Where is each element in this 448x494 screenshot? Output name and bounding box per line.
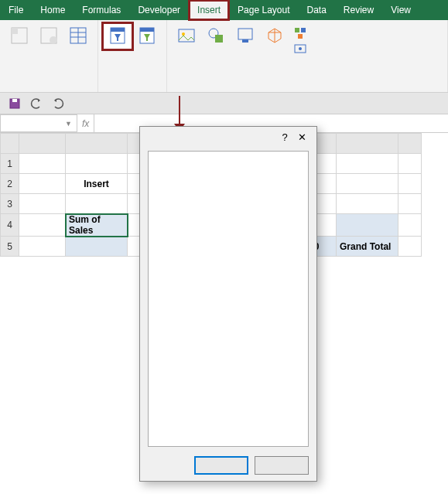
col-header[interactable] xyxy=(398,134,422,154)
shapes-icon xyxy=(205,25,227,46)
3d-icon xyxy=(264,25,286,46)
svg-point-3 xyxy=(50,36,57,44)
pictures-icon xyxy=(176,25,197,46)
save-button[interactable] xyxy=(6,95,23,112)
pivot-title[interactable]: Insert xyxy=(66,174,128,194)
svg-rect-9 xyxy=(111,28,125,32)
slicer-button[interactable] xyxy=(103,23,132,49)
pictures-button[interactable] xyxy=(172,23,201,49)
group-tables xyxy=(0,20,98,92)
group-filters xyxy=(98,20,167,92)
row-header[interactable]: 3 xyxy=(1,194,19,214)
ribbon-tabs: FileHomeFormulasDeveloperInsertPage Layo… xyxy=(0,0,448,20)
3d-models-button[interactable] xyxy=(260,23,289,49)
col-header[interactable] xyxy=(337,134,398,154)
table-button[interactable] xyxy=(63,23,93,49)
shapes-button[interactable] xyxy=(201,23,231,49)
tab-home[interactable]: Home xyxy=(32,0,74,20)
pivottable-icon xyxy=(9,25,30,46)
dialog-body xyxy=(148,151,309,447)
group-label xyxy=(172,89,443,90)
tab-file[interactable]: File xyxy=(0,0,32,20)
svg-rect-1 xyxy=(12,28,18,34)
ribbon-body xyxy=(0,20,448,93)
timeline-button[interactable] xyxy=(132,23,162,49)
quick-access-toolbar xyxy=(0,93,448,114)
svg-rect-20 xyxy=(298,34,303,39)
icons-button[interactable] xyxy=(231,23,260,49)
name-box[interactable]: ▼ xyxy=(0,114,77,132)
screenshot-button[interactable] xyxy=(291,42,313,56)
svg-rect-15 xyxy=(215,35,223,43)
smartart-button[interactable] xyxy=(291,26,313,40)
row-header[interactable]: 5 xyxy=(1,237,19,257)
timeline-icon xyxy=(136,25,158,46)
tab-formulas[interactable]: Formulas xyxy=(74,0,129,20)
ok-button[interactable] xyxy=(194,456,248,475)
svg-point-22 xyxy=(299,47,302,50)
group-illustrations xyxy=(167,20,448,92)
group-label xyxy=(5,89,93,90)
row-header[interactable]: 2 xyxy=(1,174,19,194)
row-header[interactable]: 4 xyxy=(1,214,19,237)
table-icon xyxy=(67,25,89,46)
redo-button[interactable] xyxy=(50,95,67,112)
svg-rect-24 xyxy=(12,99,17,102)
dialog-titlebar: ? ✕ xyxy=(140,127,316,148)
grand-total-col[interactable]: Grand Total xyxy=(337,237,398,257)
group-label xyxy=(103,89,162,90)
fx-button[interactable]: fx xyxy=(77,114,94,132)
recommended-pivot-icon xyxy=(38,25,60,46)
pivottable-button[interactable] xyxy=(5,23,34,49)
undo-button[interactable] xyxy=(28,95,45,112)
cancel-button[interactable] xyxy=(255,456,309,475)
svg-rect-19 xyxy=(301,28,306,32)
tab-data[interactable]: Data xyxy=(298,0,334,20)
insert-slicers-dialog: ? ✕ xyxy=(139,126,317,482)
tab-insert[interactable]: Insert xyxy=(189,0,229,20)
annotation-arrow xyxy=(179,96,180,127)
tab-developer[interactable]: Developer xyxy=(129,0,189,20)
tab-view[interactable]: View xyxy=(382,0,419,20)
row-header[interactable]: 1 xyxy=(1,154,19,174)
close-button[interactable]: ✕ xyxy=(293,131,310,143)
recommended-pivottables-button[interactable] xyxy=(34,23,63,49)
chevron-down-icon: ▼ xyxy=(65,120,72,128)
svg-rect-11 xyxy=(140,28,154,32)
icons-icon xyxy=(234,25,256,46)
svg-rect-12 xyxy=(179,29,194,42)
col-header[interactable] xyxy=(66,134,128,154)
screenshot-icon xyxy=(294,43,306,55)
col-header[interactable] xyxy=(19,134,66,154)
help-button[interactable]: ? xyxy=(276,131,293,143)
smartart-icon xyxy=(294,27,306,39)
svg-rect-18 xyxy=(295,28,299,32)
tab-review[interactable]: Review xyxy=(335,0,382,20)
dialog-footer xyxy=(140,450,316,481)
slicer-icon xyxy=(107,25,128,46)
pivot-sum-cell[interactable]: Sum of Sales xyxy=(66,214,128,237)
tab-page-layout[interactable]: Page Layout xyxy=(229,0,298,20)
svg-rect-17 xyxy=(242,39,248,43)
select-all[interactable] xyxy=(1,134,19,154)
row-labels-cell[interactable] xyxy=(66,237,128,257)
svg-rect-16 xyxy=(238,29,252,39)
